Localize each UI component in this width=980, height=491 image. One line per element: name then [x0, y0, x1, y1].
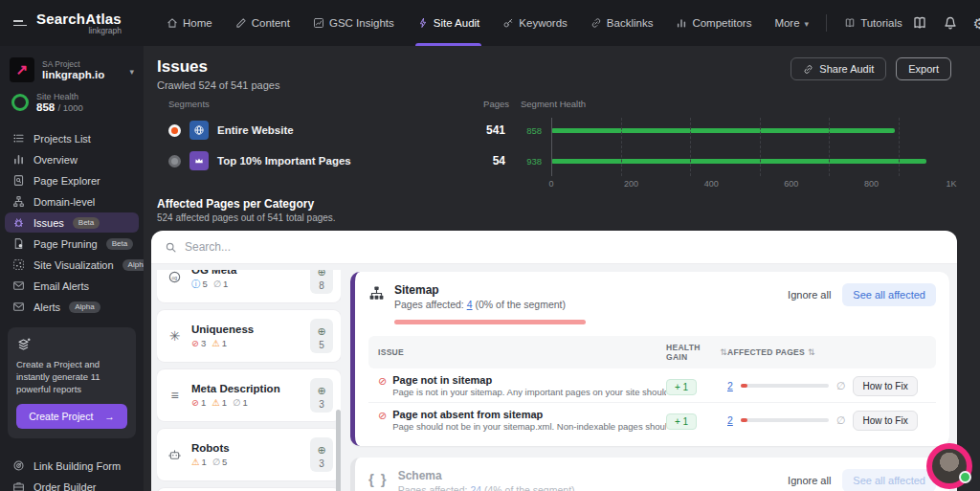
nav-gsc-insights[interactable]: GSC Insights: [303, 0, 404, 46]
sidebar-item-domain-level[interactable]: Domain-level: [5, 191, 139, 212]
crown-icon: [189, 151, 209, 170]
health-bar: [551, 128, 895, 133]
sidebar-item-link-building-form[interactable]: Link Building Form: [5, 456, 139, 476]
project-name: linkgraph.io: [42, 69, 122, 80]
sort-icon[interactable]: [808, 347, 815, 357]
category-count-badge[interactable]: 3: [310, 437, 333, 472]
sitemap-title: Sitemap: [394, 283, 566, 297]
beta-badge: Beta: [106, 238, 133, 250]
nav-site-audit[interactable]: Site Audit: [408, 0, 490, 46]
docs-book-icon[interactable]: [912, 15, 927, 31]
export-button[interactable]: Export: [896, 57, 951, 80]
sidebar-item-projects-list[interactable]: Projects List: [5, 128, 139, 148]
project-selector[interactable]: ↗ SA Project linkgraph.io: [0, 46, 144, 86]
nav-backlinks[interactable]: Backlinks: [581, 0, 663, 46]
settings-gear-icon[interactable]: ⚙: [973, 16, 980, 31]
schema-issue-card: { } Schema Pages affected: 24 (4% of the…: [350, 458, 949, 491]
category-card-og-meta[interactable]: og OG Meta 5 1 8: [157, 270, 341, 302]
sidebar-item-issues[interactable]: Issues Beta: [5, 212, 139, 233]
notifications-bell-icon[interactable]: [943, 15, 958, 31]
beta-badge: Beta: [73, 217, 100, 229]
sidebar-item-order-builder[interactable]: Order Builder: [5, 477, 139, 491]
affected-pages-link[interactable]: 2: [727, 380, 733, 391]
ignore-all-button[interactable]: Ignore all: [788, 289, 831, 301]
nav-home[interactable]: Home: [157, 0, 222, 46]
alpha-badge: Alpha: [122, 259, 144, 271]
blocked-icon: [378, 375, 387, 397]
page-prune-icon: [12, 237, 25, 250]
search-input[interactable]: [185, 240, 944, 254]
hide-issue-icon[interactable]: [836, 414, 846, 427]
radio-unselected[interactable]: [168, 155, 181, 167]
hidden-eye-icon: [213, 279, 221, 289]
pages-column-header: Pages: [456, 99, 509, 115]
affected-pages-bar: [741, 384, 829, 388]
envelope-icon: [12, 301, 25, 313]
warning-icon: [191, 458, 200, 467]
category-count-badge[interactable]: 5: [310, 319, 333, 353]
segments-section: Segments Pages Segment Health Entire Web…: [168, 99, 951, 191]
globe-icon: [189, 121, 209, 140]
page-subtitle: Crawled 524 of 541 pages: [157, 79, 279, 91]
nav-tutorials[interactable]: Tutorials: [835, 0, 912, 46]
chart-x-axis: 0 200 400 600 800 1K: [551, 176, 951, 191]
nav-keywords[interactable]: Keywords: [493, 0, 577, 46]
briefcase-icon: [12, 480, 25, 491]
affected-pages-link[interactable]: 2: [727, 414, 733, 426]
segment-row-top-10-percent[interactable]: Top 10% Important Pages: [168, 145, 456, 176]
pencil-icon: [235, 17, 247, 29]
sidebar-item-alerts[interactable]: Alerts Alpha: [5, 297, 139, 317]
main-content: Issues Crawled 524 of 541 pages Share Au…: [144, 46, 980, 491]
expand-plus-icon: [317, 381, 325, 398]
hamburger-menu-icon[interactable]: [13, 20, 27, 26]
list-icon: [12, 132, 25, 145]
category-card-meta-description[interactable]: ≡ Meta Description 1 1 1 3: [157, 369, 341, 421]
health-gain-badge: + 1: [666, 413, 697, 430]
schema-braces-icon: { }: [368, 471, 389, 488]
category-card-uniqueness[interactable]: ✳ Uniqueness 3 1 5: [157, 310, 341, 362]
nav-competitors[interactable]: Competitors: [666, 0, 761, 46]
category-card-robots[interactable]: Robots 1 5 3: [157, 429, 341, 480]
robot-icon: [167, 448, 183, 462]
bar-chart-icon: [676, 17, 687, 29]
affected-count-link[interactable]: 24: [470, 484, 481, 491]
category-scrollbar[interactable]: [336, 410, 341, 491]
top-navigation-bar: SearchAtlas linkgraph Home Content GSC I…: [0, 0, 980, 46]
create-project-button[interactable]: Create Project →: [16, 404, 127, 429]
info-icon: [191, 279, 201, 289]
warning-icon: [212, 339, 220, 348]
sidebar-item-page-pruning[interactable]: Page Pruning Beta: [5, 234, 139, 254]
issue-table-header: ISSUE HEALTH GAIN AFFECTED PAGES: [368, 336, 936, 368]
health-bar: [551, 159, 926, 164]
sidebar-item-overview[interactable]: Overview: [5, 149, 139, 169]
sidebar-item-site-visualization[interactable]: Site Visualization Alpha: [5, 255, 139, 275]
sidebar-footer-menu: Link Building Form Order Builder $ Prici…: [0, 456, 144, 491]
chat-widget[interactable]: [926, 443, 972, 489]
radio-selected[interactable]: [168, 124, 181, 137]
see-all-affected-button[interactable]: See all affected: [842, 469, 936, 491]
sidebar-item-page-explorer[interactable]: Page Explorer: [5, 170, 139, 190]
segment-health-value: 858: [509, 125, 551, 136]
project-logo-icon: ↗: [10, 57, 34, 82]
lightning-icon: [417, 17, 429, 29]
envelope-icon: [12, 279, 25, 292]
affected-count-link[interactable]: 4: [467, 299, 473, 310]
nav-more[interactable]: More: [765, 0, 818, 46]
category-count-badge[interactable]: 3: [310, 378, 333, 413]
how-to-fix-button[interactable]: How to Fix: [853, 376, 917, 396]
how-to-fix-button[interactable]: How to Fix: [853, 411, 917, 431]
sort-icon[interactable]: [720, 347, 727, 358]
brand-logo[interactable]: SearchAtlas linkgraph: [36, 11, 122, 35]
promo-text: Create a Project and instantly generate …: [16, 359, 127, 395]
hide-issue-icon[interactable]: [836, 380, 846, 392]
ignore-all-button[interactable]: Ignore all: [788, 475, 831, 486]
blocked-icon: [191, 398, 199, 408]
share-audit-button[interactable]: Share Audit: [791, 57, 886, 80]
segment-row-entire-website[interactable]: Entire Website: [168, 115, 456, 145]
nav-content[interactable]: Content: [226, 0, 300, 46]
sidebar-item-email-alerts[interactable]: Email Alerts: [5, 276, 139, 296]
see-all-affected-button[interactable]: See all affected: [842, 283, 936, 306]
segment-health-column-header: Segment Health: [509, 99, 951, 115]
category-count-badge[interactable]: 8: [310, 270, 333, 294]
target-arrow-icon: [12, 459, 25, 472]
